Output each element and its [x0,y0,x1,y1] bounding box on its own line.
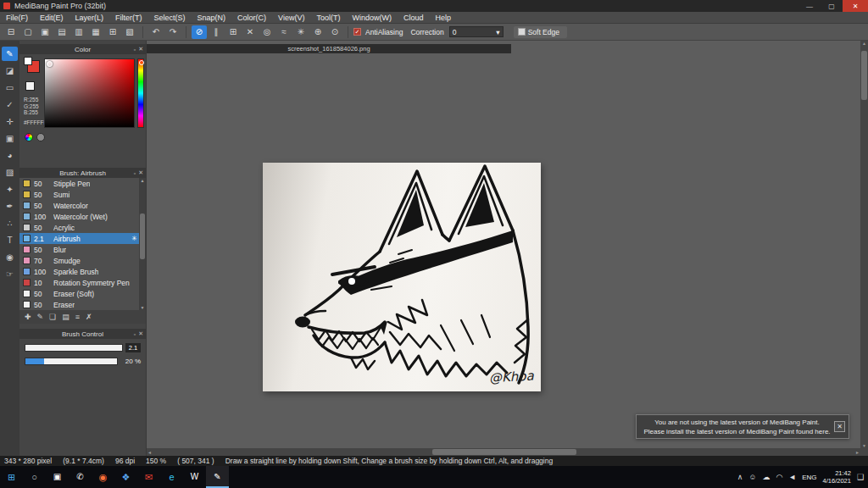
brush-row[interactable]: 2.1 Airbrush ✳ [19,233,139,244]
select-tool[interactable]: ▭ [2,80,18,95]
search-icon[interactable]: ○ [23,466,46,488]
firefox-icon[interactable]: ◉ [92,466,114,488]
menu-filter[interactable]: Filter(T) [109,12,148,24]
snap-settings-icon[interactable]: ⊙ [327,25,342,39]
menu-snap[interactable]: Snap(N) [192,12,232,24]
horizontal-scrollbar[interactable]: ◄ ► [147,448,860,456]
move-tool[interactable]: ✛ [2,114,18,129]
grid-snap-icon[interactable]: ⊞ [225,25,241,39]
vanishing-point-snap-icon[interactable]: ◎ [259,25,275,39]
volume-icon[interactable]: ◄ [788,473,796,481]
close-icon[interactable]: ✕ [138,330,143,337]
vertical-scrollbar[interactable]: ▲ ▼ [860,41,868,448]
photos-icon[interactable]: ❖ [114,466,137,488]
scroll-up-icon[interactable]: ▲ [139,178,146,183]
cross-snap-icon[interactable]: ✕ [242,25,258,39]
brush-list-scrollbar[interactable]: ▲ ▼ [139,178,146,310]
close-icon[interactable]: ✕ [138,46,143,53]
gmail-icon[interactable]: ✉ [137,466,160,488]
eyedropper-tool[interactable]: ◉ [2,250,18,264]
maximize-button[interactable]: ▢ [821,0,843,12]
save-icon[interactable]: ▣ [37,25,53,39]
popout-icon[interactable]: ▫ [134,331,136,337]
foreground-color-swatch[interactable] [24,57,32,65]
pen-tool[interactable]: ✒ [2,199,18,214]
open-icon[interactable]: ▤ [54,25,70,39]
edit-brush-icon[interactable]: ✎ [37,313,44,321]
brush-opacity-slider[interactable] [25,358,118,365]
parallel-snap-icon[interactable]: ∥ [209,25,224,39]
antialiasing-checkbox[interactable]: ✓ [353,28,361,36]
start-button[interactable]: ⊞ [0,466,23,488]
hue-slider-handle[interactable] [139,60,144,65]
close-icon[interactable]: ✕ [138,169,143,176]
menu-color[interactable]: Color(C) [231,12,272,24]
correction-dropdown[interactable]: 0 ▾ [449,26,504,37]
color-wheel-icon[interactable] [25,133,33,141]
language-indicator[interactable]: ENG [802,474,816,481]
color-picker-handle[interactable] [47,61,53,67]
brush-row[interactable]: 50 Blur [19,244,139,255]
brush-folder-icon[interactable]: ▤ [62,313,70,321]
background-color-swatch[interactable] [25,81,35,91]
scroll-left-icon[interactable]: ◄ [147,450,152,455]
gradient-tool[interactable]: ▨ [2,165,18,180]
text-tool[interactable]: T [2,233,18,247]
canvas-tab[interactable]: screenshot_1618584026.png [147,44,511,53]
menu-edit[interactable]: Edit(E) [34,12,70,24]
menu-select[interactable]: Select(S) [148,12,192,24]
close-button[interactable]: ✕ [843,0,868,12]
brush-row[interactable]: 50 Stipple Pen [19,178,139,189]
fill-tool[interactable]: ▣ [2,131,18,146]
gear-icon[interactable]: ✳ [131,235,137,242]
menu-tool[interactable]: Tool(T) [310,12,346,24]
grid-settings-icon[interactable]: ▧ [122,25,137,39]
brush-row[interactable]: 100 Watercolor (Wet) [19,211,139,222]
popout-icon[interactable]: ▫ [134,47,136,53]
delete-brush-icon[interactable]: ✗ [86,313,92,321]
edge-icon[interactable]: e [160,466,183,488]
onedrive-icon[interactable]: ☁ [762,473,770,481]
hidden-icons-chevron[interactable]: ∧ [737,473,743,481]
duplicate-brush-icon[interactable]: ❏ [49,313,56,321]
notification-close-button[interactable]: ✕ [834,421,845,432]
menu-layer[interactable]: Layer(L) [70,12,110,24]
magic-wand-tool[interactable]: ✦ [2,182,18,197]
brush-size-slider[interactable] [25,344,123,352]
select-pen-tool[interactable]: ✓ [2,97,18,112]
scroll-right-icon[interactable]: ► [855,450,860,455]
scrollbar-thumb[interactable] [861,51,867,100]
brush-menu-icon[interactable]: ≡ [75,313,80,321]
people-icon[interactable]: ☺ [748,473,756,481]
scrollbar-thumb[interactable] [140,214,145,259]
bucket-tool[interactable]: ◕ [2,148,18,163]
snap-off-icon[interactable]: ⊘ [192,25,207,39]
curve-snap-icon[interactable]: ≈ [276,25,292,39]
menu-view[interactable]: View(V) [272,12,310,24]
canvas[interactable]: @Khoa [263,163,541,391]
taskbar-clock[interactable]: 21:42 4/16/2021 [823,469,851,485]
material-icon[interactable]: ▦ [88,25,103,39]
saturation-value-picker[interactable] [44,58,135,128]
medibang-icon[interactable]: ✎ [206,466,229,488]
menu-file[interactable]: File(F) [0,12,34,24]
scroll-up-icon[interactable]: ▲ [862,41,866,46]
export-icon[interactable]: ▥ [71,25,86,39]
brush-row[interactable]: 50 Eraser (Soft) [19,288,139,299]
soft-edge-checkbox[interactable] [518,28,526,36]
brush-row[interactable]: 10 Rotation Symmetry Pen [19,277,139,288]
resize-icon[interactable]: ⊞ [105,25,120,39]
eraser-tool[interactable]: ◪ [2,64,18,78]
menu-help[interactable]: Help [429,12,457,24]
scrollbar-thumb[interactable] [432,449,576,455]
menu-cloud[interactable]: Cloud [398,12,430,24]
zoom-icon[interactable]: ▣ [46,466,69,488]
palette-icon[interactable]: ⊟ [3,25,19,39]
popout-icon[interactable]: ▫ [134,170,136,176]
radial-snap-icon[interactable]: ✳ [293,25,309,39]
add-brush-icon[interactable]: ✚ [25,313,31,321]
brush-row[interactable]: 50 Sumi [19,189,139,200]
new-canvas-icon[interactable]: ▢ [20,25,36,39]
color-sliders-icon[interactable] [36,133,45,141]
network-icon[interactable]: ◠ [776,473,782,481]
